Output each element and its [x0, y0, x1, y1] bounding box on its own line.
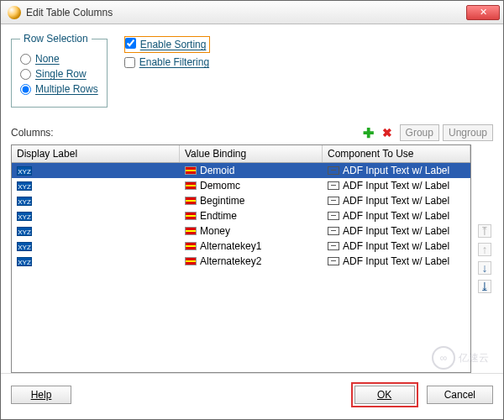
- move-up-button[interactable]: ↑: [478, 243, 491, 256]
- add-column-button[interactable]: ✚: [361, 125, 376, 140]
- cell-component: ADF Input Text w/ Label: [343, 165, 449, 176]
- plus-icon: ✚: [363, 125, 374, 141]
- move-down-button[interactable]: ↓: [478, 261, 491, 275]
- component-icon: [328, 166, 339, 175]
- move-bottom-button[interactable]: ⤓: [478, 280, 491, 293]
- ok-highlight: OK: [351, 382, 418, 407]
- cell-component: ADF Input Text w/ Label: [343, 210, 449, 222]
- component-icon: [328, 242, 339, 250]
- radio-none[interactable]: None: [20, 53, 98, 65]
- col-header-component[interactable]: Component To Use: [323, 145, 470, 162]
- group-button[interactable]: Group: [400, 124, 439, 141]
- binding-icon: [185, 212, 197, 220]
- radio-multiple-label: Multiple Rows: [35, 83, 98, 95]
- radio-none-label: None: [35, 53, 60, 65]
- checkbox-enable-sorting[interactable]: Enable Sorting: [124, 36, 211, 53]
- xyz-badge-icon: XYZ: [17, 242, 32, 251]
- cell-binding: Money: [200, 225, 230, 237]
- col-header-display[interactable]: Display Label: [12, 145, 180, 162]
- checkbox-enable-filtering[interactable]: Enable Filtering: [124, 56, 211, 68]
- xyz-badge-icon: XYZ: [17, 257, 32, 266]
- component-icon: [328, 197, 339, 205]
- close-button[interactable]: ✕: [466, 5, 500, 20]
- radio-single[interactable]: Single Row: [20, 68, 98, 80]
- table-row[interactable]: XYZAlternatekey1ADF Input Text w/ Label: [12, 239, 470, 254]
- enable-filtering-label: Enable Filtering: [139, 56, 209, 68]
- binding-icon: [185, 181, 197, 190]
- titlebar[interactable]: Edit Table Columns ✕: [1, 1, 503, 24]
- radio-multiple[interactable]: Multiple Rows: [20, 83, 98, 95]
- cell-component: ADF Input Text w/ Label: [343, 180, 449, 192]
- remove-column-button[interactable]: ✖: [380, 125, 395, 140]
- xyz-badge-icon: XYZ: [17, 181, 32, 191]
- watermark: ∞亿速云: [432, 346, 489, 370]
- component-icon: [328, 227, 339, 235]
- cell-binding: Demomc: [200, 180, 240, 192]
- ok-button[interactable]: OK: [354, 386, 415, 404]
- xyz-badge-icon: XYZ: [17, 227, 32, 236]
- window-title: Edit Table Columns: [26, 7, 466, 18]
- component-icon: [328, 257, 339, 265]
- row-selection-group: Row Selection None Single Row Multiple R…: [11, 33, 108, 108]
- cell-component: ADF Input Text w/ Label: [343, 255, 449, 267]
- table-row[interactable]: XYZDemoidADF Input Text w/ Label: [12, 163, 470, 178]
- enable-sorting-label: Enable Sorting: [140, 39, 207, 50]
- binding-icon: [185, 257, 197, 265]
- table-row[interactable]: XYZAlternatekey2ADF Input Text w/ Label: [12, 254, 470, 269]
- ungroup-button[interactable]: Ungroup: [443, 124, 493, 141]
- cell-binding: Endtime: [200, 210, 237, 222]
- move-top-button[interactable]: ⤒: [478, 224, 491, 238]
- component-icon: [328, 212, 339, 220]
- table-row[interactable]: XYZDemomcADF Input Text w/ Label: [12, 178, 470, 193]
- binding-icon: [185, 242, 197, 250]
- radio-single-label: Single Row: [35, 68, 87, 80]
- columns-table[interactable]: Display Label Value Binding Component To…: [11, 144, 471, 373]
- binding-icon: [185, 197, 197, 205]
- table-row[interactable]: XYZMoneyADF Input Text w/ Label: [12, 223, 470, 239]
- cell-binding: Begintime: [200, 195, 244, 207]
- cell-binding: Alternatekey2: [200, 255, 261, 267]
- app-icon: [8, 6, 21, 19]
- row-selection-legend: Row Selection: [20, 33, 92, 45]
- component-icon: [328, 181, 339, 190]
- cell-binding: Alternatekey1: [200, 240, 261, 252]
- xyz-badge-icon: XYZ: [17, 212, 32, 221]
- binding-icon: [185, 227, 197, 235]
- binding-icon: [185, 166, 197, 175]
- cell-component: ADF Input Text w/ Label: [343, 195, 449, 207]
- cell-component: ADF Input Text w/ Label: [343, 225, 449, 237]
- delete-icon: ✖: [382, 126, 392, 139]
- xyz-badge-icon: XYZ: [17, 197, 32, 206]
- xyz-badge-icon: XYZ: [17, 166, 32, 176]
- table-row[interactable]: XYZBegintimeADF Input Text w/ Label: [12, 193, 470, 208]
- cancel-button[interactable]: Cancel: [427, 386, 493, 404]
- help-button[interactable]: Help: [11, 386, 71, 404]
- columns-label: Columns:: [11, 127, 360, 139]
- table-row[interactable]: XYZEndtimeADF Input Text w/ Label: [12, 208, 470, 223]
- cell-binding: Demoid: [200, 165, 234, 176]
- col-header-binding[interactable]: Value Binding: [180, 145, 323, 162]
- cell-component: ADF Input Text w/ Label: [343, 240, 449, 252]
